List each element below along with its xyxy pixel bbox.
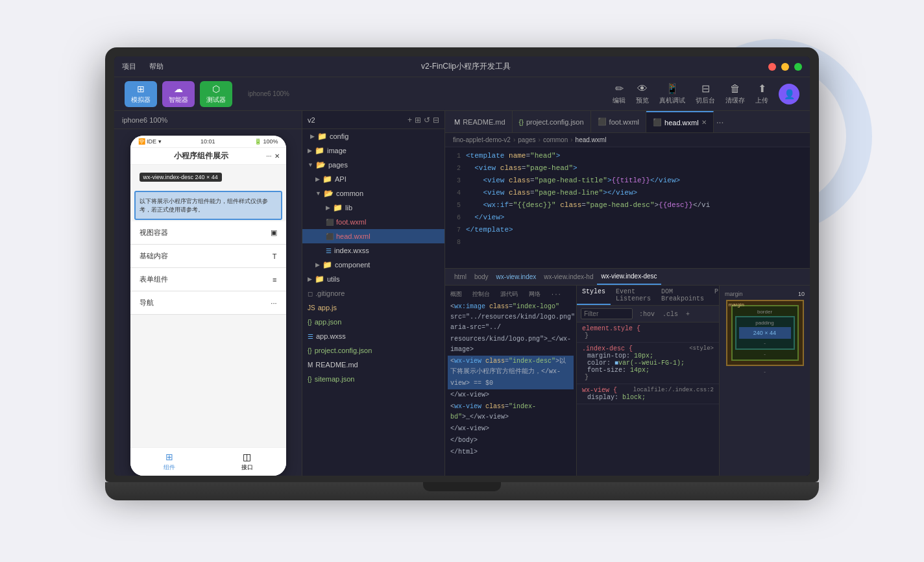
styles-tab-styles[interactable]: Styles [577,286,611,305]
phone-menu-icon: ··· [266,153,271,160]
tree-label: app.wxss [316,332,346,340]
source-link[interactable]: <style> [689,345,714,352]
tree-item-app-wxss[interactable]: ☰ app.wxss [302,329,444,343]
el-tab-body[interactable]: body [470,269,492,285]
tab-project-config[interactable]: {} project.config.json [513,111,591,132]
tab-more-icon[interactable]: ··· [716,117,724,127]
tree-item-lib[interactable]: ▶ 📁 lib [302,201,444,215]
mode-simulator[interactable]: ⊞ 模拟器 [125,81,157,107]
menu-bar: 项目 帮助 [122,62,164,71]
action-upload[interactable]: ⬆ 上传 [755,82,768,105]
list-item-1[interactable]: 基础内容 T [130,245,286,268]
simulator-icon: ⊞ [137,84,145,94]
collapse-icon[interactable]: ⊟ [433,116,439,125]
user-avatar[interactable]: 👤 [779,84,799,104]
style-rule-wx-view: wx-view { localfile:/.index.css:2 displa… [577,384,719,404]
maximize-button[interactable] [794,63,802,71]
action-clear[interactable]: 🗑 清缓存 [725,83,745,105]
tab-foot-wxml[interactable]: ⬛ foot.wxml [591,111,646,132]
el-tab-wxview-index-desc[interactable]: wx-view.index-desc [597,269,661,285]
status-right: 🔋 100% [254,138,278,145]
tree-item-readme[interactable]: M README.md [302,358,444,372]
list-item-3[interactable]: 导航 ··· [130,291,286,315]
tree-item-api[interactable]: ▶ 📁 API [302,172,444,186]
new-folder-icon[interactable]: ⊞ [415,116,421,125]
refresh-icon[interactable]: ↺ [424,116,430,125]
tab-close-icon[interactable]: ✕ [701,119,707,126]
file-tree-header: v2 + ⊞ ↺ ⊟ [302,111,444,129]
styles-tab-events[interactable]: Event Listeners [611,286,656,305]
editor-panel: M README.md {} project.config.json ⬛ foo… [445,111,810,476]
clear-icon: 🗑 [730,83,740,95]
tree-item-config[interactable]: ▶ 📁 config [302,129,444,143]
tab-label: README.md [463,118,505,126]
tree-item-pages[interactable]: ▼ 📂 pages [302,158,444,172]
styles-tab-props[interactable]: Properties [709,286,719,305]
filter-input[interactable] [581,308,633,319]
el-tab-html[interactable]: html [450,269,470,285]
tree-item-head-wxml[interactable]: ⬛ head.wxml [302,229,444,243]
tree-item-app-json[interactable]: {} app.json [302,315,444,329]
nav-icon-0: ⊞ [165,452,173,462]
chevron-icon: ▶ [315,176,320,182]
list-item-2[interactable]: 表单组件 ≡ [130,268,286,291]
tree-label: API [335,175,346,183]
tree-label: app.js [318,304,337,312]
tree-item-index-wxss[interactable]: ☰ index.wxss [302,243,444,258]
tree-label: utils [327,275,340,283]
source-link[interactable]: localfile:/.index.css:2 [633,387,714,393]
tab-head-wxml[interactable]: ⬛ head.wxml ✕ [646,111,714,132]
action-debug[interactable]: 📱 真机调试 [659,82,685,105]
tab-label: project.config.json [526,118,584,126]
menu-item-help[interactable]: 帮助 [149,62,164,71]
mode-buttons: ⊞ 模拟器 ☁ 智能器 ⬡ 测试器 [125,81,232,107]
list-item-0[interactable]: 视图容器 ▣ [130,221,286,245]
tab-icon: ⬛ [653,118,662,127]
list-icon-1: T [273,252,277,260]
title-bar: 项目 帮助 v2-FinClip小程序开发工具 [114,56,810,77]
clear-label: 清缓存 [725,96,745,105]
json-icon: {} [308,319,312,326]
minimize-button[interactable] [781,63,789,71]
el-tab-wxview-index[interactable]: wx-view.index [492,269,541,285]
nav-item-0[interactable]: ⊞ 组件 [130,448,208,476]
bg-label: 切后台 [696,96,715,105]
action-edit[interactable]: ✏ 编辑 [613,82,626,105]
mode-test[interactable]: ⬡ 测试器 [200,81,232,107]
close-button[interactable] [768,63,776,71]
el-tab-wxview-index-hd[interactable]: wx-view.index-hd [540,269,597,285]
action-preview[interactable]: 👁 预览 [636,83,649,105]
json-icon: {} [308,347,312,354]
border-bottom-label: - [735,351,795,357]
tree-item-component[interactable]: ▶ 📁 component [302,258,444,272]
tree-item-gitignore[interactable]: ◻ .gitignore [302,286,444,300]
phone-close-icon: ✕ [274,153,280,160]
laptop-screen: 项目 帮助 v2-FinClip小程序开发工具 [105,47,819,482]
tree-item-app-js[interactable]: JS app.js [302,300,444,315]
tab-readme[interactable]: M README.md [448,111,513,132]
new-file-icon[interactable]: + [407,116,412,125]
action-background[interactable]: ⊟ 切后台 [696,82,715,105]
style-rule-index-desc: .index-desc { <style> margin-top: 10px; … [577,343,719,384]
tree-item-foot-wxml[interactable]: ⬛ foot.wxml [302,215,444,229]
html-tree[interactable]: 概图 控制台 源代码 网络 ··· <wx:image class="index… [445,286,576,476]
list-label-3: 导航 [140,298,154,308]
nav-item-1[interactable]: ◫ 接口 [208,448,286,476]
tree-label: .gitignore [315,289,345,297]
editor-tabs: M README.md {} project.config.json ⬛ foo… [445,111,810,133]
tree-item-sitemap[interactable]: {} sitemap.json [302,372,444,386]
styles-tab-dom[interactable]: DOM Breakpoints [656,286,709,305]
selected-text: 以下将展示小程序官方组件能力，组件样式仅供参考，若正式使用请参考。 [140,198,268,213]
selector: .index-desc { [582,345,633,352]
tree-item-utils[interactable]: ▶ 📁 utils [302,272,444,286]
list-icon-0: ▣ [271,228,277,237]
tree-item-project-config[interactable]: {} project.config.json [302,343,444,358]
code-content[interactable]: 1 <template name="head"> 2 <view class="… [445,147,810,268]
menu-item-project[interactable]: 项目 [122,62,136,71]
chevron-icon: ▶ [310,133,315,140]
mode-smart[interactable]: ☁ 智能器 [162,81,195,107]
tree-item-common[interactable]: ▼ 📂 common [302,186,444,201]
html-line-selected: <wx-view class="index-desc">以下将展示小程序官方组件… [448,356,574,378]
prop-display: display: block; [582,394,646,401]
tree-item-image[interactable]: ▶ 📁 image [302,143,444,158]
